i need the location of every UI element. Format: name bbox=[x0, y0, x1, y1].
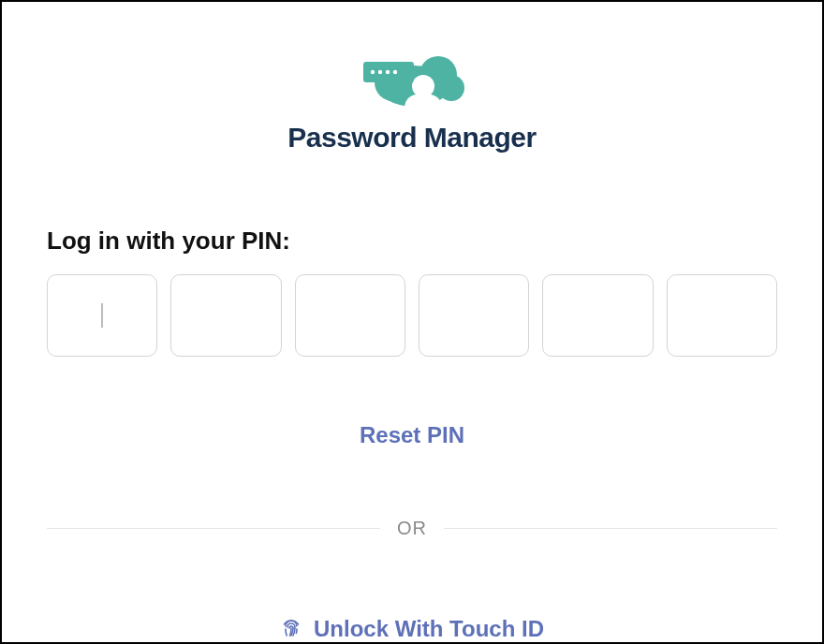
fingerprint-icon bbox=[280, 618, 302, 640]
divider-label: OR bbox=[397, 518, 427, 539]
pin-digit-6[interactable] bbox=[667, 274, 777, 357]
login-prompt: Log in with your PIN: bbox=[47, 227, 777, 256]
svg-point-9 bbox=[393, 70, 397, 74]
divider-line-left bbox=[47, 528, 380, 529]
unlock-touch-id-label: Unlock With Touch ID bbox=[314, 616, 544, 642]
pin-digit-4[interactable] bbox=[419, 274, 529, 357]
pin-digit-5[interactable] bbox=[542, 274, 653, 357]
reset-pin-label: Reset PIN bbox=[360, 422, 464, 447]
divider-row: OR bbox=[47, 518, 777, 539]
divider-line-right bbox=[444, 528, 777, 529]
pin-digit-3[interactable] bbox=[295, 274, 405, 357]
svg-point-6 bbox=[371, 70, 375, 74]
svg-point-8 bbox=[386, 70, 390, 74]
pin-digit-1[interactable] bbox=[47, 274, 157, 357]
password-manager-logo-icon bbox=[346, 47, 478, 110]
pin-input-row bbox=[47, 274, 777, 357]
svg-point-3 bbox=[438, 75, 464, 101]
svg-point-7 bbox=[378, 70, 382, 74]
reset-pin-button[interactable]: Reset PIN bbox=[360, 422, 464, 448]
login-panel: Password Manager Log in with your PIN: R… bbox=[2, 2, 822, 642]
app-title: Password Manager bbox=[287, 122, 536, 154]
logo-area: Password Manager bbox=[287, 47, 536, 154]
unlock-touch-id-button[interactable]: Unlock With Touch ID bbox=[280, 616, 544, 642]
pin-digit-2[interactable] bbox=[170, 274, 281, 357]
